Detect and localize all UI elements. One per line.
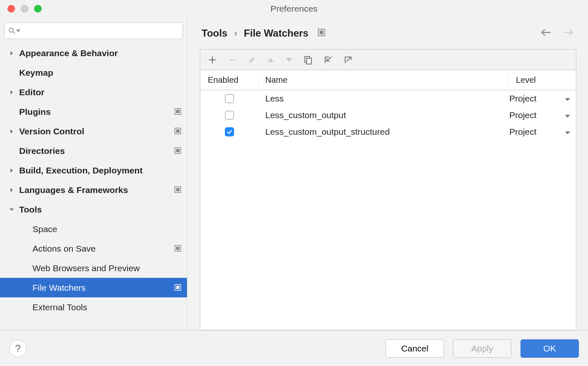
sidebar-item-label: Space bbox=[32, 224, 181, 234]
add-button[interactable] bbox=[208, 55, 217, 64]
svg-rect-15 bbox=[176, 188, 179, 191]
sidebar-item-editor[interactable]: Editor bbox=[0, 82, 187, 102]
chevron-right-icon bbox=[8, 90, 15, 94]
copy-button[interactable] bbox=[304, 55, 313, 64]
svg-marker-35 bbox=[565, 115, 570, 118]
export-button[interactable] bbox=[344, 55, 353, 64]
chevron-down-icon[interactable] bbox=[565, 110, 576, 120]
sidebar-item-web-browsers-preview[interactable]: Web Browsers and Preview bbox=[0, 258, 187, 278]
chevron-down-icon[interactable] bbox=[565, 127, 576, 137]
watcher-name: Less_custom_output bbox=[259, 110, 509, 120]
svg-rect-18 bbox=[176, 247, 179, 250]
import-button[interactable] bbox=[324, 55, 333, 64]
table-row[interactable]: Less_custom_output Project bbox=[200, 107, 576, 124]
svg-marker-4 bbox=[10, 90, 13, 94]
minimize-window-icon[interactable] bbox=[21, 5, 28, 12]
sidebar-item-label: Editor bbox=[19, 87, 181, 97]
sidebar-item-label: Languages & Frameworks bbox=[19, 185, 174, 195]
sidebar-item-label: Actions on Save bbox=[32, 244, 174, 254]
cancel-button[interactable]: Cancel bbox=[386, 339, 444, 358]
enabled-checkbox[interactable] bbox=[225, 127, 234, 136]
enabled-checkbox[interactable] bbox=[225, 111, 234, 120]
file-watchers-panel: Enabled Name Level Less Project Less_cus… bbox=[200, 49, 576, 330]
svg-marker-29 bbox=[286, 58, 292, 62]
window-controls bbox=[0, 5, 42, 12]
main-panel: Tools › File Watchers Enabled Name bbox=[187, 17, 588, 330]
chevron-right-icon bbox=[8, 129, 15, 134]
enabled-checkbox[interactable] bbox=[225, 94, 234, 103]
svg-marker-16 bbox=[10, 208, 14, 211]
search-box[interactable] bbox=[4, 22, 183, 39]
svg-rect-31 bbox=[306, 58, 311, 64]
sidebar-item-plugins[interactable]: Plugins bbox=[0, 102, 187, 121]
window-title: Preferences bbox=[0, 4, 588, 14]
column-header-name[interactable]: Name bbox=[259, 75, 509, 85]
sidebar-item-label: Web Browsers and Preview bbox=[32, 263, 181, 273]
svg-marker-3 bbox=[10, 51, 13, 55]
svg-rect-11 bbox=[176, 149, 179, 152]
sidebar-item-build-execution-deployment[interactable]: Build, Execution, Deployment bbox=[0, 161, 187, 180]
column-header-level[interactable]: Level bbox=[509, 75, 576, 85]
table-row[interactable]: Less_custom_output_structured Project bbox=[200, 124, 576, 140]
sidebar-item-external-tools[interactable]: External Tools bbox=[0, 297, 187, 317]
watcher-level: Project bbox=[509, 94, 565, 104]
table-toolbar bbox=[200, 49, 576, 70]
move-up-button[interactable] bbox=[267, 57, 274, 63]
table-header: Enabled Name Level bbox=[200, 70, 576, 90]
svg-line-33 bbox=[347, 57, 351, 61]
column-header-enabled[interactable]: Enabled bbox=[200, 75, 259, 85]
sidebar-item-space[interactable]: Space bbox=[0, 219, 187, 239]
forward-arrow-icon bbox=[561, 28, 576, 39]
sidebar-item-label: Keymap bbox=[19, 68, 181, 78]
move-down-button[interactable] bbox=[285, 57, 293, 63]
chevron-right-icon bbox=[8, 188, 15, 192]
sidebar-item-label: Directories bbox=[19, 146, 174, 156]
sidebar-item-label: Appearance & Behavior bbox=[19, 48, 181, 58]
sidebar-item-version-control[interactable]: Version Control bbox=[0, 121, 187, 141]
maximize-window-icon[interactable] bbox=[34, 5, 42, 12]
svg-marker-12 bbox=[10, 168, 13, 173]
svg-point-0 bbox=[9, 28, 13, 32]
chevron-down-icon[interactable] bbox=[565, 94, 576, 104]
project-scope-icon bbox=[174, 107, 181, 117]
dialog-footer: ? Cancel Apply OK bbox=[0, 330, 588, 366]
sidebar-item-label: Build, Execution, Deployment bbox=[19, 166, 181, 176]
table-row[interactable]: Less Project bbox=[200, 90, 576, 107]
sidebar-item-actions-on-save[interactable]: Actions on Save bbox=[0, 239, 187, 258]
sidebar-item-directories[interactable]: Directories bbox=[0, 141, 187, 161]
remove-button[interactable] bbox=[228, 55, 237, 64]
svg-marker-7 bbox=[10, 129, 13, 134]
chevron-down-icon bbox=[16, 29, 20, 33]
watcher-level: Project bbox=[509, 127, 565, 137]
ok-button[interactable]: OK bbox=[521, 339, 579, 358]
sidebar-item-tools[interactable]: Tools bbox=[0, 200, 187, 219]
sidebar-item-languages-frameworks[interactable]: Languages & Frameworks bbox=[0, 180, 187, 200]
sidebar-item-label: File Watchers bbox=[32, 283, 174, 293]
search-icon bbox=[8, 27, 16, 35]
close-window-icon[interactable] bbox=[7, 5, 15, 12]
breadcrumb-parent[interactable]: Tools bbox=[202, 27, 227, 39]
apply-button[interactable]: Apply bbox=[453, 339, 511, 358]
project-scope-icon bbox=[174, 146, 181, 156]
svg-line-1 bbox=[13, 32, 15, 34]
back-arrow-icon[interactable] bbox=[538, 28, 554, 39]
sidebar-item-label: Plugins bbox=[19, 107, 174, 117]
search-input[interactable] bbox=[23, 27, 179, 35]
watcher-level: Project bbox=[509, 110, 565, 120]
project-scope-icon bbox=[174, 244, 181, 254]
sidebar-item-file-watchers[interactable]: File Watchers bbox=[0, 278, 187, 297]
help-button[interactable]: ? bbox=[9, 340, 27, 357]
project-scope-icon bbox=[174, 126, 181, 136]
svg-marker-36 bbox=[565, 131, 570, 134]
chevron-right-icon: › bbox=[234, 28, 237, 39]
sidebar-item-appearance-behavior[interactable]: Appearance & Behavior bbox=[0, 43, 187, 63]
svg-line-32 bbox=[327, 57, 331, 61]
chevron-down-icon bbox=[8, 208, 15, 212]
sidebar-item-label: Version Control bbox=[19, 126, 174, 136]
svg-marker-13 bbox=[10, 188, 13, 192]
sidebar-item-keymap[interactable]: Keymap bbox=[0, 63, 187, 82]
edit-button[interactable] bbox=[248, 56, 256, 64]
breadcrumb: Tools › File Watchers bbox=[187, 17, 588, 46]
project-scope-icon bbox=[174, 283, 181, 293]
svg-marker-2 bbox=[16, 30, 20, 32]
